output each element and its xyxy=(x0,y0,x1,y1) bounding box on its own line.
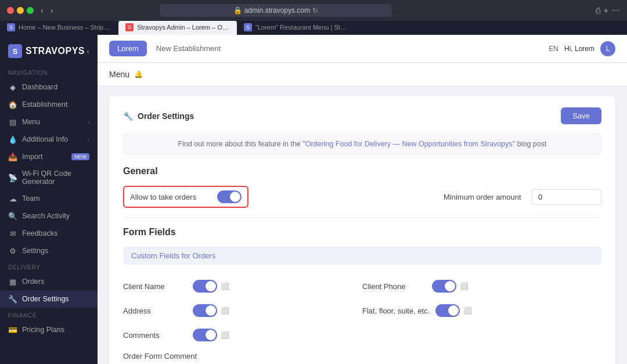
divider-1 xyxy=(123,217,601,218)
settings-icon: ⚙ xyxy=(8,246,17,255)
share-button[interactable]: ⎙ xyxy=(596,6,600,15)
allow-orders-toggle-track[interactable] xyxy=(217,190,242,203)
field-actions-address: ⬜ xyxy=(193,304,229,317)
toggle-client-name[interactable] xyxy=(193,280,217,293)
tab-lorem-menu[interactable]: S "Lorem" Restaurant Menu | Stravopys xyxy=(237,21,355,35)
form-fields-section-title: Form Fields xyxy=(123,227,601,237)
sidebar-label-team: Team xyxy=(22,194,89,203)
sidebar-label-feedbacks: Feedbacks xyxy=(22,229,89,237)
traffic-light-green[interactable] xyxy=(27,7,34,14)
sidebar-label-order-settings: Order Settings xyxy=(22,295,89,303)
toggle-flat-floor[interactable] xyxy=(435,304,460,317)
sidebar-item-import[interactable]: 📥 Import NEW xyxy=(0,148,98,165)
traffic-light-yellow[interactable] xyxy=(17,7,24,14)
field-actions-client-name: ⬜ xyxy=(193,280,229,293)
finance-section-label: FINANCE xyxy=(0,308,98,321)
address-text: admin.stravopys.com xyxy=(244,6,310,15)
user-avatar[interactable]: L xyxy=(600,41,615,56)
tab-favicon-lorem: S xyxy=(244,23,252,31)
sidebar-item-settings[interactable]: ⚙ Settings xyxy=(0,242,98,260)
sidebar-collapse-button[interactable]: ‹ xyxy=(87,46,89,56)
custom-fields-link[interactable]: Custom Fields for Orders xyxy=(131,251,215,260)
sidebar-item-establishment[interactable]: 🏠 Establishment xyxy=(0,96,98,113)
search-activity-icon: 🔍 xyxy=(8,211,17,221)
toggle-flat-floor-thumb xyxy=(448,305,459,316)
field-row-comments: Comments ⬜ xyxy=(123,323,362,347)
bell-icon[interactable]: 🔔 xyxy=(134,70,143,78)
menu-arrow-icon: › xyxy=(88,119,89,125)
allow-orders-toggle-thumb xyxy=(230,192,240,202)
wifi-qr-icon: 📡 xyxy=(8,173,17,182)
traffic-light-red[interactable] xyxy=(7,7,14,14)
tab-lorem-menu-label: "Lorem" Restaurant Menu | Stravopys xyxy=(255,24,348,31)
import-icon: 📥 xyxy=(8,152,17,161)
card-title: 🔧 Order Settings xyxy=(123,111,194,121)
sidebar-item-menu[interactable]: ▤ Menu › xyxy=(0,113,98,131)
edit-icon-flat-floor[interactable]: ⬜ xyxy=(463,307,472,315)
tab-new-establishment[interactable]: New Establishment xyxy=(148,41,229,56)
field-actions-client-phone: ⬜ xyxy=(432,280,469,293)
sidebar-logo-area: S STRAVOPYS ‹ xyxy=(0,35,98,65)
toggle-comments[interactable] xyxy=(193,329,217,341)
sidebar-item-additional-info[interactable]: 💧 Additional Info › xyxy=(0,131,98,148)
new-tab-button[interactable]: + xyxy=(604,6,608,15)
toggle-client-phone[interactable] xyxy=(432,280,456,293)
sidebar-item-wifi-qr[interactable]: 📡 Wi-Fi QR Code Generator xyxy=(0,165,98,190)
sidebar-item-team[interactable]: ☁ Team xyxy=(0,190,98,207)
lock-icon: 🔒 xyxy=(233,6,242,15)
back-button[interactable]: ‹ xyxy=(38,5,46,16)
sidebar-item-orders[interactable]: ▦ Orders xyxy=(0,273,98,290)
sidebar-item-search-activity[interactable]: 🔍 Search Activity xyxy=(0,207,98,225)
toggle-client-phone-track[interactable] xyxy=(432,280,456,293)
edit-icon-client-name[interactable]: ⬜ xyxy=(221,282,229,290)
tab-stripe-label: Home – New Business – Stripe [Test] xyxy=(19,24,111,31)
allow-orders-toggle[interactable] xyxy=(217,190,242,203)
forward-button[interactable]: › xyxy=(48,5,56,16)
topbar: Lorem New Establishment EN Hi, Lorem L xyxy=(98,35,627,63)
sidebar-label-pricing-plans: Pricing Plans xyxy=(22,326,89,334)
allow-orders-toggle-highlight: Allow to take orders xyxy=(123,186,248,208)
main-content: Lorem New Establishment EN Hi, Lorem L M… xyxy=(98,35,627,364)
address-bar[interactable]: 🔒 admin.stravopys.com ↻ xyxy=(160,4,392,17)
order-settings-icon: 🔧 xyxy=(8,294,17,304)
edit-icon-comments[interactable]: ⬜ xyxy=(221,331,229,339)
field-row-empty xyxy=(362,323,601,347)
info-banner-link[interactable]: "Ordering Food for Delivery — New Opport… xyxy=(302,140,515,148)
sidebar-item-order-settings[interactable]: 🔧 Order Settings xyxy=(0,290,98,308)
sidebar-item-dashboard[interactable]: ◆ Dashboard xyxy=(0,78,98,96)
team-icon: ☁ xyxy=(8,194,17,203)
extensions-button[interactable]: ⋯ xyxy=(612,6,620,15)
toggle-address-track[interactable] xyxy=(193,304,217,317)
general-section-title: General xyxy=(123,166,601,176)
toggle-address[interactable] xyxy=(193,304,217,317)
toggle-comments-track[interactable] xyxy=(193,329,217,341)
edit-icon-client-phone[interactable]: ⬜ xyxy=(460,282,469,290)
page-content-scroll: 🔧 Order Settings Save Find out more abou… xyxy=(98,87,627,364)
tab-stripe[interactable]: S Home – New Business – Stripe [Test] xyxy=(0,21,118,35)
card-title-icon: 🔧 xyxy=(123,111,133,121)
save-button[interactable]: Save xyxy=(561,107,601,124)
language-selector[interactable]: EN xyxy=(549,45,558,53)
sidebar-label-menu: Menu xyxy=(22,118,83,126)
traffic-lights xyxy=(7,7,34,14)
sidebar-label-wifi-qr: Wi-Fi QR Code Generator xyxy=(22,170,89,186)
edit-icon-address[interactable]: ⬜ xyxy=(221,307,229,315)
min-order-input[interactable] xyxy=(532,189,601,205)
tab-order-settings[interactable]: S Stravopys Admin – Lorem – Order Settin… xyxy=(118,21,237,35)
sidebar-item-pricing-plans[interactable]: 💳 Pricing Plans xyxy=(0,321,98,338)
additional-info-arrow-icon: › xyxy=(88,136,89,143)
sidebar-item-feedbacks[interactable]: ✉ Feedbacks xyxy=(0,225,98,242)
field-row-client-phone: Client Phone ⬜ xyxy=(362,274,601,298)
toggle-flat-floor-track[interactable] xyxy=(435,304,460,317)
general-section: General Allow to take orders xyxy=(123,166,601,208)
pricing-plans-icon: 💳 xyxy=(8,325,17,334)
feedbacks-icon: ✉ xyxy=(8,229,17,238)
tab-lorem[interactable]: Lorem xyxy=(109,41,147,56)
toggle-client-name-track[interactable] xyxy=(193,280,217,293)
nav-section-label: NAVIGATION xyxy=(0,65,98,78)
sidebar-label-additional-info: Additional Info xyxy=(22,135,83,143)
field-row-address: Address ⬜ xyxy=(123,298,362,323)
sidebar-label-orders: Orders xyxy=(22,277,89,286)
info-banner: Find out more about this feature in the … xyxy=(123,134,601,154)
order-comment-label: Order Form Comment xyxy=(123,352,601,361)
